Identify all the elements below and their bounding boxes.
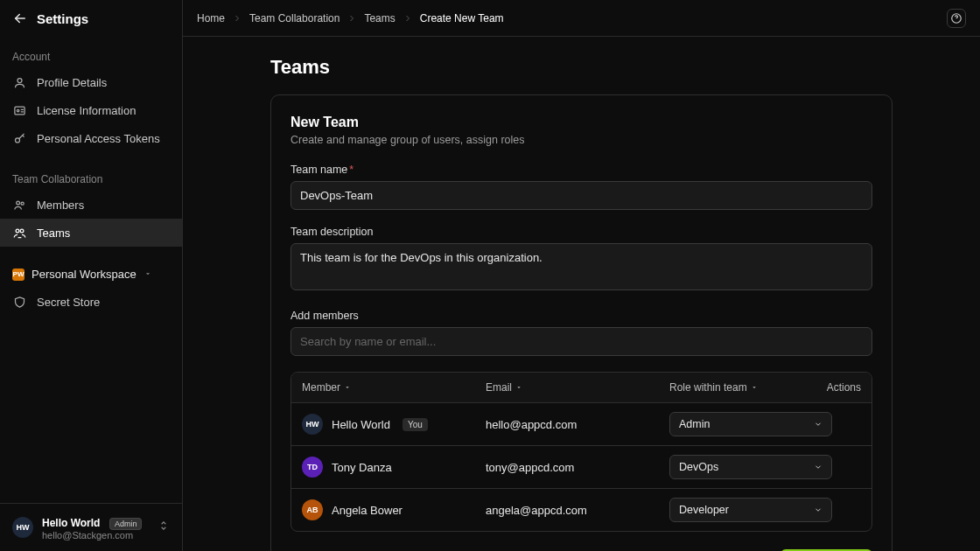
col-email[interactable]: Email — [486, 381, 669, 394]
member-search-input[interactable] — [290, 327, 872, 356]
chevron-down-icon — [814, 420, 822, 429]
card-title: New Team — [290, 115, 872, 130]
role-value: DevOps — [679, 461, 718, 473]
sidebar-footer[interactable]: HW Hello World Admin hello@Stackgen.com — [0, 503, 182, 551]
topbar: Home Team Collaboration Teams Create New… — [183, 0, 980, 37]
svg-point-3 — [15, 137, 19, 142]
remove-member-button[interactable] — [869, 459, 872, 475]
chevron-up-down-icon — [158, 520, 170, 535]
key-icon — [12, 131, 26, 145]
sidebar-item-label: Secret Store — [37, 296, 100, 309]
member-name: Angela Bower — [332, 504, 402, 517]
chevron-down-icon — [144, 268, 152, 281]
section-team: Team Collaboration Members Teams — [0, 159, 182, 254]
col-actions: Actions — [808, 381, 861, 394]
team-desc-label: Team description — [290, 226, 872, 238]
table-row: HW Hello World You hello@appcd.com Admin — [291, 403, 872, 446]
id-card-icon — [12, 103, 26, 117]
member-name: Hello World — [332, 418, 390, 431]
sidebar-item-label: Members — [37, 199, 84, 212]
avatar: HW — [12, 517, 33, 538]
footer-user-name: Hello World — [42, 517, 100, 529]
breadcrumb-teams[interactable]: Teams — [364, 12, 395, 24]
close-icon — [871, 461, 872, 473]
shield-icon — [12, 295, 26, 309]
chevron-down-icon — [814, 463, 822, 471]
sidebar-item-teams[interactable]: Teams — [0, 219, 182, 247]
section-workspace: PW Personal Workspace Secret Store — [0, 254, 182, 323]
team-name-label: Team name* — [290, 164, 872, 176]
section-account: Account Profile Details License Informat… — [0, 37, 182, 159]
member-email: hello@appcd.com — [486, 418, 669, 431]
footer-user-email: hello@Stackgen.com — [42, 530, 142, 541]
settings-title: Settings — [37, 11, 88, 26]
page-title: Teams — [270, 56, 892, 79]
chevron-right-icon — [346, 13, 357, 24]
sidebar-item-secret-store[interactable]: Secret Store — [0, 288, 182, 316]
sort-icon — [751, 384, 758, 391]
role-select[interactable]: Admin — [669, 412, 832, 436]
breadcrumb-home[interactable]: Home — [197, 12, 225, 24]
sidebar-item-members[interactable]: Members — [0, 191, 182, 219]
team-name-input[interactable] — [290, 181, 872, 210]
chevron-right-icon — [402, 13, 413, 24]
workspace-badge: PW — [12, 269, 24, 281]
sidebar: Settings Account Profile Details License… — [0, 0, 183, 551]
main: Home Team Collaboration Teams Create New… — [183, 0, 980, 551]
add-members-label: Add members — [290, 310, 872, 322]
avatar: HW — [302, 414, 323, 435]
you-badge: You — [402, 418, 428, 431]
breadcrumb-current: Create New Team — [420, 12, 504, 24]
sidebar-item-profile[interactable]: Profile Details — [0, 68, 182, 96]
svg-point-4 — [16, 201, 19, 205]
member-cell: TD Tony Danza — [302, 457, 486, 478]
close-icon — [871, 418, 872, 430]
users-icon — [12, 198, 26, 212]
close-icon — [871, 504, 872, 516]
help-button[interactable] — [947, 9, 966, 28]
member-cell: AB Angela Bower — [302, 499, 486, 520]
help-icon — [950, 12, 962, 24]
role-select[interactable]: Developer — [669, 498, 832, 522]
table-row: AB Angela Bower angela@appcd.com Develop… — [291, 489, 872, 531]
footer-user-info: Hello World Admin hello@Stackgen.com — [42, 514, 142, 541]
remove-member-button[interactable] — [869, 416, 872, 432]
team-desc-input[interactable] — [290, 243, 872, 290]
member-name: Tony Danza — [332, 461, 392, 474]
table-header: Member Email Role within team Actions — [291, 373, 872, 403]
chevron-down-icon — [814, 506, 822, 514]
svg-point-7 — [20, 229, 24, 233]
role-value: Developer — [679, 504, 729, 516]
sidebar-item-label: Teams — [37, 227, 70, 240]
sort-icon — [515, 384, 522, 391]
workspace-name: Personal Workspace — [32, 268, 136, 281]
col-role[interactable]: Role within team — [669, 381, 808, 394]
svg-point-0 — [18, 78, 22, 82]
sidebar-item-label: Personal Access Tokens — [37, 132, 160, 145]
col-member[interactable]: Member — [302, 381, 486, 394]
role-select[interactable]: DevOps — [669, 455, 832, 479]
member-email: tony@appcd.com — [486, 461, 669, 474]
avatar: AB — [302, 499, 323, 520]
avatar: TD — [302, 457, 323, 478]
sort-icon — [344, 384, 351, 391]
role-value: Admin — [679, 418, 710, 430]
section-label-account: Account — [0, 44, 182, 68]
svg-point-6 — [16, 229, 19, 233]
sidebar-item-license[interactable]: License Information — [0, 96, 182, 124]
team-icon — [12, 226, 26, 240]
breadcrumb-team-collab[interactable]: Team Collaboration — [249, 12, 340, 24]
remove-member-button[interactable] — [869, 502, 872, 518]
content: Teams New Team Create and manage group o… — [183, 37, 980, 551]
member-cell: HW Hello World You — [302, 414, 486, 435]
table-row: TD Tony Danza tony@appcd.com DevOps — [291, 446, 872, 489]
footer-role-badge: Admin — [109, 518, 143, 530]
svg-point-5 — [21, 202, 24, 205]
back-icon[interactable] — [12, 10, 28, 26]
sidebar-item-label: License Information — [37, 104, 136, 117]
sidebar-item-tokens[interactable]: Personal Access Tokens — [0, 124, 182, 152]
workspace-switcher[interactable]: PW Personal Workspace — [0, 261, 182, 288]
breadcrumb: Home Team Collaboration Teams Create New… — [197, 12, 504, 24]
sidebar-header: Settings — [0, 0, 182, 37]
field-team-description: Team description — [290, 226, 872, 294]
